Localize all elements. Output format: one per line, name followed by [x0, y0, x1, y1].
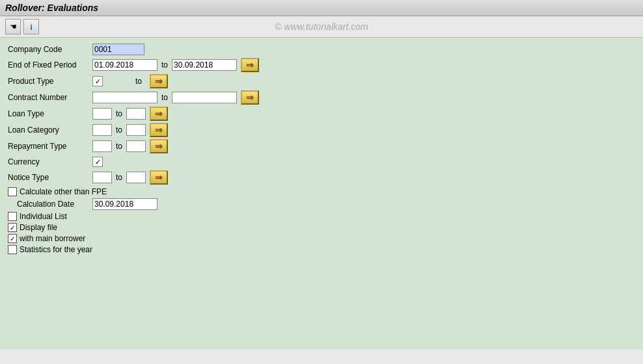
- display-file-row: ✓ Display file: [8, 223, 635, 232]
- title-text: Rollover: Evaluations: [5, 3, 98, 13]
- end-fixed-period-nav[interactable]: ⇒: [241, 58, 259, 72]
- loan-category-label: Loan Category: [8, 125, 92, 135]
- nav-btn-contract[interactable]: ⇒: [241, 90, 259, 105]
- loan-type-row: Loan Type to ⇒: [8, 107, 635, 121]
- back-button[interactable]: ☚: [5, 19, 21, 34]
- nav-arrow-loan-type-icon: ⇒: [155, 109, 163, 119]
- notice-type-row: Notice Type to ⇒: [8, 170, 635, 185]
- calc-fpe-row: Calculate other than FPE: [8, 187, 635, 196]
- loan-category-to[interactable]: [126, 124, 146, 136]
- nav-arrow-contract-icon: ⇒: [246, 92, 254, 103]
- toolbar: ☚ i © www.tutorialkart.com: [0, 16, 643, 38]
- to-label-4: to: [116, 109, 122, 118]
- contract-number-to[interactable]: [172, 92, 237, 103]
- end-fixed-period-from[interactable]: [92, 59, 157, 71]
- nav-btn-notice[interactable]: ⇒: [150, 170, 168, 185]
- to-label-2: to: [135, 77, 142, 86]
- notice-type-to[interactable]: [126, 172, 146, 183]
- nav-arrow-notice-icon: ⇒: [155, 172, 163, 183]
- loan-category-row: Loan Category to ⇒: [8, 123, 635, 137]
- company-code-input[interactable]: [92, 44, 144, 55]
- to-label-6: to: [116, 142, 122, 151]
- back-icon: ☚: [10, 22, 17, 31]
- repayment-type-label: Repayment Type: [8, 142, 92, 151]
- to-label-1: to: [161, 60, 168, 70]
- end-fixed-period-row: End of Fixed Period to ⇒: [8, 58, 635, 72]
- display-file-label: Display file: [20, 223, 57, 232]
- statistics-checkbox[interactable]: [8, 245, 17, 254]
- loan-type-label: Loan Type: [8, 109, 92, 118]
- product-type-checkbox[interactable]: ✓: [92, 76, 103, 86]
- nav-btn-loan-category[interactable]: ⇒: [150, 123, 168, 137]
- loan-category-from[interactable]: [92, 124, 112, 136]
- loan-type-from[interactable]: [92, 108, 112, 120]
- info-button[interactable]: i: [23, 19, 39, 34]
- end-fixed-period-to[interactable]: [172, 59, 237, 71]
- company-code-label: Company Code: [8, 45, 92, 54]
- notice-type-label: Notice Type: [8, 173, 92, 182]
- loan-type-to[interactable]: [126, 108, 146, 120]
- calc-date-label: Calculation Date: [17, 200, 92, 209]
- statistics-row: Statistics for the year: [8, 245, 635, 254]
- calc-date-input[interactable]: [92, 198, 157, 210]
- individual-list-checkbox[interactable]: [8, 212, 17, 221]
- calc-fpe-checkbox[interactable]: [8, 187, 17, 196]
- contract-number-label: Contract Number: [8, 93, 92, 102]
- statistics-label: Statistics for the year: [20, 245, 92, 254]
- company-code-row: Company Code: [8, 43, 635, 56]
- calc-fpe-label: Calculate other than FPE: [20, 187, 107, 196]
- nav-arrow-icon: ⇒: [246, 60, 254, 70]
- main-borrower-checkbox[interactable]: ✓: [8, 234, 17, 243]
- currency-row: Currency ✓: [8, 155, 635, 168]
- contract-number-from[interactable]: [92, 92, 157, 103]
- calc-date-row: Calculation Date: [17, 198, 635, 210]
- nav-arrow-product-icon: ⇒: [155, 76, 163, 86]
- repayment-type-to[interactable]: [126, 140, 146, 152]
- info-icon: i: [30, 22, 33, 32]
- main-borrower-label: with main borrower: [20, 234, 85, 243]
- nav-arrow-loan-category-icon: ⇒: [155, 125, 163, 135]
- contract-number-row: Contract Number to ⇒: [8, 90, 635, 105]
- main-borrower-row: ✓ with main borrower: [8, 234, 635, 243]
- product-type-label: Product Type: [8, 77, 92, 86]
- repayment-type-from[interactable]: [92, 140, 112, 152]
- product-type-row: Product Type ✓ to ⇒: [8, 74, 635, 88]
- end-fixed-period-label: End of Fixed Period: [8, 60, 92, 70]
- individual-list-label: Individual List: [20, 212, 67, 221]
- nav-btn-product[interactable]: ⇒: [150, 74, 168, 88]
- nav-arrow-repayment-icon: ⇒: [155, 141, 163, 151]
- display-file-checkbox[interactable]: ✓: [8, 223, 17, 232]
- to-label-3: to: [161, 93, 168, 102]
- to-label-7: to: [116, 173, 122, 182]
- nav-btn-repayment[interactable]: ⇒: [150, 139, 168, 153]
- currency-checkbox[interactable]: ✓: [92, 157, 103, 167]
- currency-label: Currency: [8, 157, 92, 166]
- notice-type-from[interactable]: [92, 172, 112, 183]
- individual-list-row: Individual List: [8, 212, 635, 221]
- repayment-type-row: Repayment Type to ⇒: [8, 139, 635, 153]
- toolbar-watermark: © www.tutorialkart.com: [275, 21, 368, 32]
- main-content: Company Code End of Fixed Period to ⇒ Pr…: [0, 38, 643, 350]
- nav-btn-loan-type[interactable]: ⇒: [150, 107, 168, 121]
- to-label-5: to: [116, 125, 122, 135]
- title-bar: Rollover: Evaluations: [0, 0, 643, 16]
